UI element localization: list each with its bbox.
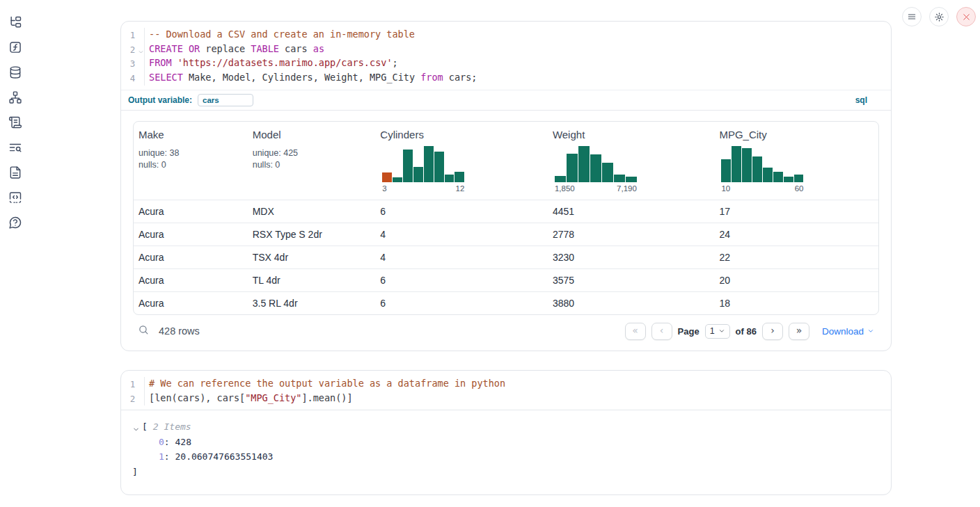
tree-entry-value: : 20.060747663551403: [164, 451, 274, 462]
code-line[interactable]: 1-- Download a CSV and create an in-memo…: [121, 28, 891, 42]
table-row[interactable]: AcuraTSX 4dr4323022: [134, 246, 878, 268]
documentation-icon[interactable]: [8, 166, 22, 179]
table-row[interactable]: AcuraRSX Type S 2dr4277824: [134, 223, 878, 246]
datasources-icon[interactable]: [8, 65, 22, 79]
column-header-model[interactable]: Modelunique: 425nulls: 0: [248, 122, 376, 200]
cell-toolbar: Output variable: sql: [121, 90, 891, 111]
table-cell: 6: [375, 269, 548, 291]
notebook-controls: [902, 7, 976, 26]
menu-button[interactable]: [902, 7, 922, 26]
histogram-bar: [614, 175, 625, 182]
variables-icon[interactable]: [8, 40, 22, 54]
line-number: 4: [121, 71, 145, 86]
table-row[interactable]: AcuraMDX6445117: [134, 200, 878, 223]
histogram-bar: [590, 154, 601, 182]
code-line[interactable]: 2[len(cars), cars["MPG_City"].mean()]: [121, 392, 891, 406]
table-cell: MDX: [248, 200, 376, 223]
first-page-button[interactable]: «: [625, 323, 646, 340]
sql-code-editor[interactable]: 1-- Download a CSV and create an in-memo…: [121, 22, 891, 90]
code-line[interactable]: 1# We can reference the output variable …: [121, 377, 891, 392]
code-text: SELECT Make, Model, Cylinders, Weight, M…: [149, 71, 477, 86]
table-cell: 20: [714, 269, 878, 291]
tree-entry: 0: 428: [132, 435, 891, 450]
settings-button[interactable]: [929, 7, 949, 26]
table-cell: Acura: [134, 246, 248, 268]
download-label: Download: [822, 326, 864, 337]
table-cell: 3230: [548, 246, 715, 268]
language-badge[interactable]: sql: [855, 95, 867, 105]
table-cell: TL 4dr: [248, 269, 376, 291]
table-cell: 4: [375, 223, 548, 246]
output-variable-label: Output variable:: [128, 95, 192, 105]
snippets-icon[interactable]: [8, 191, 22, 204]
hamburger-icon: [907, 12, 917, 22]
page-select-value: 1: [710, 326, 715, 336]
tree-open-bracket: [: [142, 419, 148, 435]
logs-icon[interactable]: [8, 140, 22, 154]
histogram-bar: [626, 177, 637, 182]
shutdown-button[interactable]: [956, 7, 976, 26]
tree-entry-key: 0: [159, 437, 164, 447]
histogram-bar: [602, 163, 613, 182]
column-histogram: 1,8507,190: [555, 146, 637, 193]
histogram-bar: [455, 172, 464, 182]
close-icon: [962, 13, 971, 22]
help-icon[interactable]: [8, 216, 22, 230]
line-number: 3: [121, 56, 145, 71]
next-page-button[interactable]: ›: [762, 323, 783, 340]
column-name: Make: [139, 129, 242, 140]
line-number: 1: [121, 28, 145, 42]
table-row[interactable]: Acura3.5 RL 4dr6388018: [134, 291, 878, 314]
scratchpad-icon[interactable]: [8, 115, 22, 129]
prev-page-button[interactable]: ‹: [651, 323, 672, 340]
cell-output: Makeunique: 38nulls: 0Modelunique: 425nu…: [121, 111, 891, 340]
table-footer: 428 rows « ‹ Page 1 of 86 › » Download: [133, 315, 879, 340]
histogram-axis-labels: 312: [382, 184, 464, 193]
table-cell: 17: [714, 200, 878, 223]
table-cell: 24: [714, 223, 878, 246]
column-header-weight[interactable]: Weight1,8507,190: [548, 122, 715, 200]
table-cell: RSX Type S 2dr: [248, 223, 376, 246]
histogram-bar: [763, 168, 773, 182]
column-histogram: 1060: [721, 146, 803, 193]
code-line[interactable]: 3FROM 'https://datasets.marimo.app/cars.…: [121, 56, 891, 71]
code-text: -- Download a CSV and create an in-memor…: [149, 28, 415, 42]
table-cell: 2778: [548, 223, 715, 246]
fold-chevron-icon[interactable]: [138, 45, 144, 51]
code-text: [len(cars), cars["MPG_City"].mean()]: [149, 392, 353, 406]
column-header-mpg_city[interactable]: MPG_City1060: [714, 122, 878, 200]
histogram-bar: [752, 156, 762, 182]
table-cell: Acura: [134, 292, 248, 314]
chevron-down-icon: [867, 326, 874, 337]
dataframe-table: Makeunique: 38nulls: 0Modelunique: 425nu…: [133, 121, 879, 315]
notebook-cell-python: 1# We can reference the output variable …: [120, 370, 892, 495]
histogram-bar: [424, 146, 434, 182]
table-cell: Acura: [134, 269, 248, 291]
file-tree-icon[interactable]: [8, 15, 22, 29]
dependency-graph-icon[interactable]: [8, 90, 22, 104]
page-select[interactable]: 1: [705, 324, 730, 339]
python-code-editor[interactable]: 1# We can reference the output variable …: [121, 371, 891, 410]
output-variable-input[interactable]: [198, 94, 253, 106]
tree-root[interactable]: [ 2 Items: [132, 419, 891, 435]
last-page-button[interactable]: »: [789, 323, 809, 340]
tree-items-count: 2 Items: [153, 419, 191, 435]
histogram-bar: [742, 148, 752, 182]
search-icon[interactable]: [138, 324, 150, 339]
column-header-cylinders[interactable]: Cylinders312: [375, 122, 548, 200]
download-button[interactable]: Download: [822, 326, 874, 337]
table-cell: 4451: [548, 200, 715, 223]
tree-entries: 0: 4281: 20.060747663551403: [132, 435, 891, 465]
chevron-down-icon[interactable]: [132, 423, 141, 431]
code-line[interactable]: 2CREATE OR replace TABLE cars as: [121, 42, 891, 57]
column-histogram: 312: [382, 146, 464, 193]
table-row[interactable]: AcuraTL 4dr6357520: [134, 268, 878, 291]
histogram-axis-labels: 1,8507,190: [555, 184, 637, 193]
histogram-bar: [732, 146, 741, 182]
left-panel-toolbar: [0, 0, 31, 507]
tree-entry-key: 1: [159, 451, 164, 462]
tree-entry: 1: 20.060747663551403: [132, 449, 891, 465]
code-line[interactable]: 4SELECT Make, Model, Cylinders, Weight, …: [121, 71, 891, 86]
column-header-make[interactable]: Makeunique: 38nulls: 0: [134, 122, 248, 200]
code-text: FROM 'https://datasets.marimo.app/cars.c…: [149, 56, 398, 71]
